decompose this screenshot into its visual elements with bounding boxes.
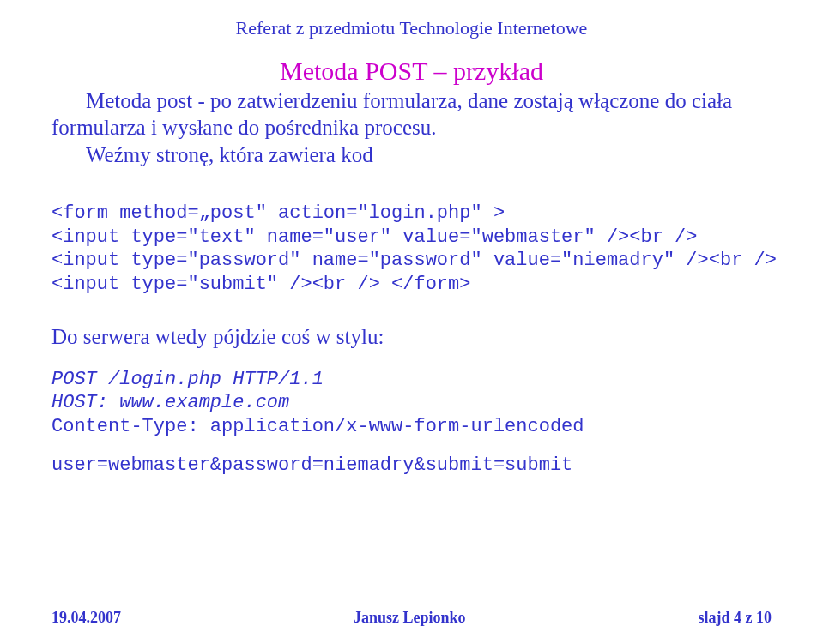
paragraph-1-line2: formularza i wysłane do pośrednika proce… bbox=[51, 114, 772, 141]
slide-title: Metoda POST – przykład bbox=[51, 57, 772, 86]
footer: 19.04.2007 Janusz Lepionko slajd 4 z 10 bbox=[51, 609, 772, 627]
paragraph-2: Weźmy stronę, która zawiera kod bbox=[51, 141, 772, 168]
paragraph-3: Do serwera wtedy pójdzie coś w stylu: bbox=[51, 323, 772, 350]
paragraph-1-line1: Metoda post - po zatwierdzeniu formularz… bbox=[51, 87, 772, 114]
code-line: <input type="password" name="password" v… bbox=[51, 250, 777, 271]
footer-page: slajd 4 z 10 bbox=[698, 609, 772, 627]
header-title: Referat z przedmiotu Technologie Interne… bbox=[51, 17, 772, 39]
code2-line2: HOST: www.example.com bbox=[51, 391, 772, 415]
code2-line4: user=webmaster&password=niemadry&submit=… bbox=[51, 454, 772, 478]
code-line: <input type="submit" /><br /> </form> bbox=[51, 274, 470, 295]
code2-line3: Content-Type: application/x-www-form-url… bbox=[51, 415, 772, 439]
code2-line1: POST /login.php HTTP/1.1 bbox=[51, 368, 772, 392]
footer-date: 19.04.2007 bbox=[51, 609, 121, 627]
code-line: <input type="text" name="user" value="we… bbox=[51, 226, 698, 248]
code-line: <form method=„post" action="login.php" > bbox=[51, 202, 505, 224]
footer-author: Janusz Lepionko bbox=[354, 609, 466, 627]
code-block-1: <form method=„post" action="login.php" >… bbox=[51, 178, 772, 297]
